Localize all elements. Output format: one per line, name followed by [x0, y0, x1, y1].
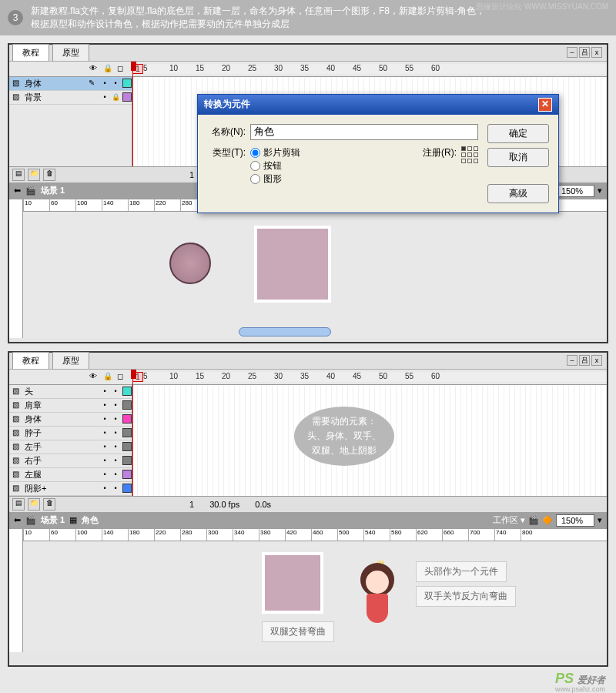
close-button[interactable]: x: [591, 47, 602, 58]
char-body: [367, 594, 388, 623]
outline-icon[interactable]: ◻: [117, 64, 126, 73]
convert-to-symbol-dialog: 转换为元件 ✕ 名称(N): 类型(T): 影片剪辑 按钮 图形 注册(R):: [197, 94, 559, 213]
annotation-hands: 双手关节反方向弯曲: [416, 586, 516, 607]
layer-list: ▧头•• ▧肩章•• ▧身体•• ▧脖子•• ▧左手•• ▧右手•• ▧左腿••…: [9, 385, 132, 496]
circle-shape[interactable]: [169, 243, 211, 284]
tab-prototype[interactable]: 原型: [52, 44, 89, 61]
layer-row[interactable]: ▧身体••: [9, 413, 132, 427]
layer-row[interactable]: ▧肩章••: [9, 399, 132, 413]
close-button[interactable]: x: [591, 355, 602, 366]
frame-ruler[interactable]: 1 5 10 15 20 25 30 35 40 45 50 55 60: [132, 64, 607, 74]
radio-button[interactable]: 按钮: [250, 159, 418, 172]
new-layer-button[interactable]: ▤: [12, 169, 25, 181]
edit-symbol-icon[interactable]: 🔶: [542, 515, 553, 525]
annotation-head: 头部作为一个元件: [416, 561, 507, 582]
ok-button[interactable]: 确定: [487, 124, 549, 143]
scene-icon[interactable]: 🎬: [25, 186, 36, 196]
tab-tutorial[interactable]: 教程: [12, 352, 49, 369]
layer-row[interactable]: ▧左手••: [9, 440, 132, 454]
layer-row-body[interactable]: ▧ 身体 ✎ • •: [9, 77, 132, 91]
minimize-button[interactable]: –: [567, 355, 578, 366]
new-layer-button[interactable]: ▤: [12, 498, 25, 511]
delete-layer-button[interactable]: 🗑: [43, 498, 55, 511]
zoom-input[interactable]: [556, 185, 594, 197]
back-icon[interactable]: ⬅: [14, 186, 21, 196]
lock-icon[interactable]: 🔒: [103, 64, 112, 73]
annotation-legs: 双腿交替弯曲: [262, 621, 334, 642]
layer-row[interactable]: ▧脖子••: [9, 427, 132, 440]
scene-label: 场景 1: [41, 185, 65, 196]
new-folder-button[interactable]: 📁: [28, 169, 40, 181]
edit-scene-icon[interactable]: 🎬: [528, 515, 539, 525]
eye-icon[interactable]: 👁: [89, 64, 99, 73]
scene-label[interactable]: 场景 1: [41, 514, 65, 526]
horizontal-scrollbar[interactable]: [239, 327, 331, 336]
playhead[interactable]: [132, 370, 140, 496]
layer-column-icons: 👁 🔒 ◻: [9, 64, 132, 73]
back-icon[interactable]: ⬅: [14, 515, 21, 525]
rect-shape[interactable]: [254, 226, 331, 303]
vertical-ruler: [9, 529, 23, 652]
document-tabs: 教程 原型 – 吕 x: [9, 353, 607, 370]
restore-button[interactable]: 吕: [579, 47, 590, 58]
workspace-dropdown[interactable]: 工作区 ▾: [493, 514, 525, 526]
symbol-label: 角色: [82, 514, 99, 526]
dialog-close-button[interactable]: ✕: [538, 98, 552, 112]
cancel-button[interactable]: 取消: [487, 148, 549, 167]
advanced-button[interactable]: 高级: [487, 184, 549, 203]
layer-color[interactable]: [122, 79, 132, 88]
layer-color[interactable]: [122, 92, 132, 102]
canvas[interactable]: [23, 212, 607, 338]
window-controls: – 吕 x: [567, 47, 607, 58]
ps-url: www.psahz.com: [555, 685, 605, 693]
minimize-button[interactable]: –: [567, 47, 578, 58]
type-label: 类型(T):: [207, 146, 246, 159]
layer-toolbar: ▤ 📁 🗑 1 30.0 fps 0.0s: [9, 496, 607, 512]
lock-icon[interactable]: 🔒: [103, 372, 112, 381]
layer-icon: ▧: [12, 79, 22, 88]
lock-dot[interactable]: 🔒: [112, 93, 119, 101]
delete-layer-button[interactable]: 🗑: [43, 169, 55, 181]
scene-icon[interactable]: 🎬: [25, 515, 36, 525]
frame-ruler[interactable]: 1 5 10 15 20 25 30 35 40 45 50 55 60: [132, 372, 607, 382]
layer-row[interactable]: ▧阴影+••: [9, 482, 132, 496]
step-number: 3: [8, 10, 23, 25]
canvas[interactable]: ♛ 头部作为一个元件 双手关节反方向弯曲 双腿交替弯曲: [23, 541, 607, 652]
frames-grid[interactable]: 需要动的元素： 头、身体、双手、 双腿、地上阴影: [132, 385, 607, 496]
registration-label: 注册(R):: [423, 146, 457, 159]
ps-logo: PS 爱好者: [555, 671, 605, 687]
flash-panel-2: 教程 原型 – 吕 x 👁 🔒 ◻ 1 5 10 15 20 25 30 35 …: [8, 351, 608, 667]
layer-row[interactable]: ▧右手••: [9, 454, 132, 468]
flash-panel-1: 教程 原型 – 吕 x 👁 🔒 ◻ 1 5 10 15 20 25 30 35 …: [8, 43, 608, 343]
zoom-dropdown-icon[interactable]: ▾: [598, 186, 602, 196]
horizontal-ruler: 1060100140180220280300340380420460500540…: [23, 529, 607, 541]
vertical-ruler: [9, 199, 23, 338]
character-graphic[interactable]: ♛: [354, 563, 400, 632]
symbol-name-input[interactable]: [250, 124, 478, 140]
tab-tutorial[interactable]: 教程: [12, 44, 49, 61]
outline-icon[interactable]: ◻: [117, 372, 126, 381]
layer-row[interactable]: ▧左腿••: [9, 468, 132, 482]
new-folder-button[interactable]: 📁: [28, 498, 40, 511]
eye-icon[interactable]: 👁: [89, 372, 99, 381]
layers-timeline: ▧头•• ▧肩章•• ▧身体•• ▧脖子•• ▧左手•• ▧右手•• ▧左腿••…: [9, 385, 607, 496]
rect-shape[interactable]: [262, 552, 323, 614]
layer-row[interactable]: ▧头••: [9, 385, 132, 399]
playhead[interactable]: [132, 62, 140, 166]
pencil-icon: ✎: [89, 79, 98, 88]
tab-prototype[interactable]: 原型: [52, 352, 89, 369]
layer-row-bg[interactable]: ▧ 背景 • 🔒: [9, 91, 132, 105]
stage: 1060100140180220280300340380420460500540…: [9, 529, 607, 652]
restore-button[interactable]: 吕: [579, 355, 590, 366]
zoom-dropdown-icon[interactable]: ▾: [598, 515, 602, 525]
dialog-titlebar[interactable]: 转换为元件 ✕: [198, 95, 558, 115]
char-face: [366, 571, 389, 594]
watermark: 思缘设计论坛 WWW.MISSYUAN.COM: [476, 2, 608, 12]
timeline-header: 👁 🔒 ◻ 1 5 10 15 20 25 30 35 40 45 50 55 …: [9, 62, 607, 77]
zoom-input[interactable]: [556, 514, 594, 527]
radio-movieclip[interactable]: 影片剪辑: [250, 146, 418, 159]
annotation-bubble: 需要动的元素： 头、身体、双手、 双腿、地上阴影: [294, 407, 394, 467]
radio-graphic[interactable]: 图形: [250, 172, 418, 186]
stage: 1060100140180220280300340380420460500540…: [9, 199, 607, 338]
registration-grid[interactable]: [461, 146, 478, 163]
